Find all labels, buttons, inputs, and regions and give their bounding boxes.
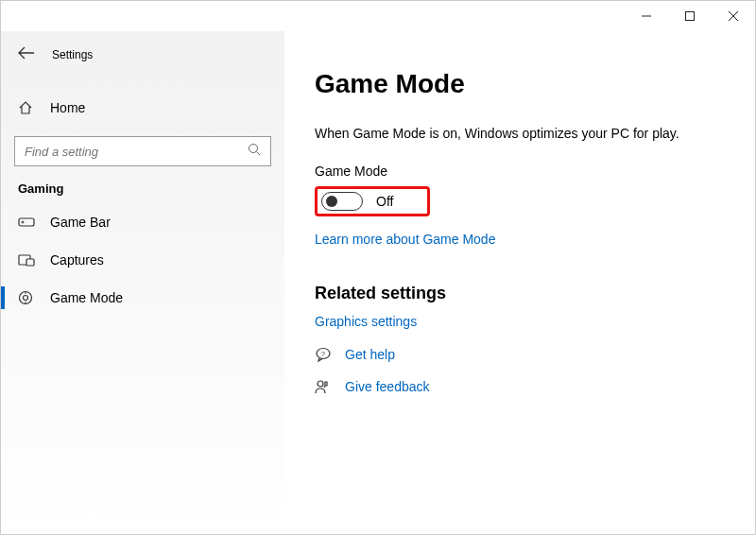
svg-line-5: [257, 152, 261, 156]
svg-rect-10: [26, 259, 34, 266]
page-description: When Game Mode is on, Windows optimizes …: [315, 126, 725, 141]
svg-point-4: [249, 145, 258, 153]
sidebar-section-label: Gaming: [1, 166, 284, 203]
highlight-annotation: Off: [315, 186, 430, 216]
feedback-icon: [315, 379, 332, 394]
search-input[interactable]: [14, 136, 271, 166]
main-panel: Game Mode When Game Mode is on, Windows …: [284, 31, 755, 534]
sidebar-item-home[interactable]: Home: [1, 89, 284, 127]
search-field[interactable]: [25, 145, 248, 159]
svg-text:?: ?: [321, 351, 325, 357]
sidebar-item-captures[interactable]: Captures: [1, 241, 284, 279]
learn-more-link[interactable]: Learn more about Game Mode: [315, 232, 495, 247]
svg-point-17: [318, 381, 323, 387]
close-button[interactable]: [712, 1, 755, 31]
svg-point-12: [24, 296, 28, 301]
give-feedback-link[interactable]: Give feedback: [345, 379, 430, 394]
sidebar: Settings Home Gaming: [1, 31, 284, 534]
sidebar-item-label: Captures: [50, 252, 104, 268]
sidebar-item-label: Game Mode: [50, 290, 123, 305]
home-label: Home: [50, 100, 85, 115]
back-icon[interactable]: [18, 46, 35, 62]
toggle-state-label: Off: [376, 194, 393, 209]
gamebar-icon: [18, 216, 35, 229]
home-icon: [18, 100, 35, 115]
page-heading: Game Mode: [315, 69, 725, 99]
window-title: Settings: [52, 48, 93, 61]
minimize-button[interactable]: [625, 1, 668, 31]
related-heading: Related settings: [315, 284, 725, 303]
svg-rect-1: [686, 12, 695, 21]
sidebar-item-label: Game Bar: [50, 215, 111, 230]
graphics-settings-link[interactable]: Graphics settings: [315, 314, 417, 329]
svg-rect-6: [19, 218, 34, 226]
toggle-caption: Game Mode: [315, 164, 725, 179]
sidebar-item-gamemode[interactable]: Game Mode: [1, 279, 284, 317]
maximize-button[interactable]: [668, 1, 712, 31]
sidebar-item-gamebar[interactable]: Game Bar: [1, 203, 284, 241]
search-icon: [248, 143, 261, 160]
gamemode-icon: [18, 290, 35, 305]
help-icon: ?: [315, 347, 332, 362]
get-help-row[interactable]: ? Get help: [315, 347, 725, 362]
gamemode-toggle[interactable]: [321, 192, 363, 211]
captures-icon: [18, 253, 35, 267]
give-feedback-row[interactable]: Give feedback: [315, 379, 725, 394]
titlebar: [1, 1, 755, 31]
get-help-link[interactable]: Get help: [345, 347, 395, 362]
